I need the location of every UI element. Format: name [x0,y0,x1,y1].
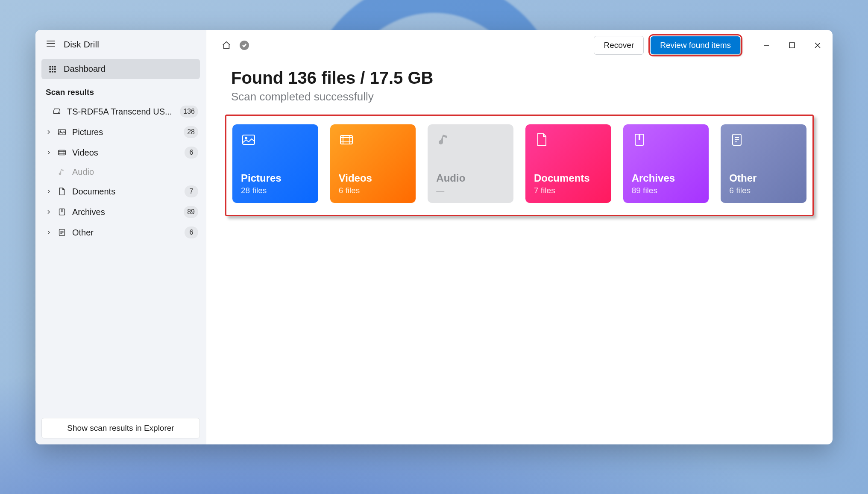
svg-rect-6 [50,71,51,72]
card-sub: 7 files [534,186,603,195]
pictures-icon [241,132,310,149]
minimize-icon[interactable] [760,39,773,52]
count-badge: 28 [184,126,198,138]
recover-button[interactable]: Recover [594,36,644,55]
home-icon[interactable] [221,40,232,51]
card-title: Archives [632,172,701,184]
sidebar-item-documents[interactable]: Documents 7 [35,181,206,202]
documents-icon [57,187,67,196]
svg-point-9 [59,112,59,113]
scan-results-header: Scan results [35,81,206,101]
window-controls [760,39,824,52]
videos-icon [339,132,408,149]
card-title: Other [729,172,798,184]
menu-icon[interactable] [46,38,56,50]
svg-point-11 [60,131,61,132]
audio-icon [436,132,505,149]
count-badge: 7 [185,185,198,197]
archives-icon [57,207,67,217]
count-badge: 6 [185,226,198,238]
chevron-right-icon [46,210,52,214]
svg-rect-12 [59,150,66,155]
sidebar-item-archives[interactable]: Archives 89 [35,202,206,222]
device-count: 136 [180,106,198,118]
sidebar-item-label: Archives [72,207,179,217]
maximize-icon[interactable] [786,39,798,52]
other-icon [729,132,798,149]
other-icon [57,228,67,237]
chevron-right-icon [46,150,52,155]
videos-icon [57,148,67,157]
titlebar: Recover Review found items [206,30,833,61]
review-found-items-button[interactable]: Review found items [651,36,740,54]
card-audio[interactable]: Audio — [428,124,513,203]
svg-rect-1 [52,66,53,67]
svg-rect-5 [54,68,56,70]
sidebar-item-device[interactable]: TS-RDF5A Transcend US... 136 [35,101,206,122]
category-cards: Pictures 28 files Videos 6 files Audio —… [225,115,814,216]
chevron-right-icon [46,189,52,194]
card-sub: — [436,186,505,195]
svg-rect-0 [50,66,51,67]
sidebar-item-label: Videos [72,148,179,158]
pictures-icon [57,127,67,137]
check-complete-icon [239,40,250,51]
card-title: Audio [436,172,505,184]
card-other[interactable]: Other 6 files [721,124,806,203]
card-sub: 6 files [339,186,408,195]
sidebar: Disk Drill Dashboard Scan results TS-RDF… [35,30,206,444]
chevron-right-icon [46,130,52,134]
svg-rect-18 [340,135,352,144]
card-pictures[interactable]: Pictures 28 files [232,124,318,203]
device-label: TS-RDF5A Transcend US... [67,107,175,117]
svg-rect-4 [52,68,53,70]
sidebar-top: Disk Drill [35,30,206,57]
sidebar-item-dashboard[interactable]: Dashboard [41,59,200,79]
show-in-explorer-button[interactable]: Show scan results in Explorer [41,418,200,438]
audio-icon [57,168,67,177]
card-title: Documents [534,172,603,184]
svg-rect-2 [54,66,56,67]
close-icon[interactable] [811,39,824,52]
drive-icon [52,107,62,116]
app-window: Disk Drill Dashboard Scan results TS-RDF… [35,30,833,444]
results-heading: Found 136 files / 17.5 GB [231,68,808,88]
sidebar-item-label: Documents [72,187,179,197]
sidebar-item-label: Other [72,228,179,238]
card-sub: 28 files [241,186,310,195]
grid-icon [48,65,57,74]
svg-rect-8 [54,71,56,72]
sidebar-dashboard-label: Dashboard [64,64,106,74]
card-sub: 6 files [729,186,798,195]
svg-rect-15 [789,43,795,48]
main-content: Recover Review found items Found 136 fil… [206,30,833,444]
sidebar-item-pictures[interactable]: Pictures 28 [35,122,206,142]
card-title: Pictures [241,172,310,184]
sidebar-item-audio[interactable]: Audio [35,163,206,181]
card-sub: 89 files [632,186,701,195]
results-subheading: Scan completed successfully [231,90,808,103]
card-videos[interactable]: Videos 6 files [330,124,416,203]
sidebar-item-label: Pictures [72,127,179,137]
card-documents[interactable]: Documents 7 files [525,124,611,203]
svg-rect-3 [50,68,51,70]
count-badge: 6 [185,147,198,159]
sidebar-item-videos[interactable]: Videos 6 [35,142,206,163]
sidebar-item-other[interactable]: Other 6 [35,222,206,243]
card-archives[interactable]: Archives 89 files [623,124,709,203]
count-badge: 89 [184,206,198,218]
card-title: Videos [339,172,408,184]
archives-icon [632,132,701,149]
chevron-right-icon [46,230,52,235]
svg-rect-7 [52,71,53,72]
app-title: Disk Drill [64,39,99,50]
sidebar-item-label: Audio [72,167,198,177]
svg-point-17 [245,137,247,139]
documents-icon [534,132,603,149]
